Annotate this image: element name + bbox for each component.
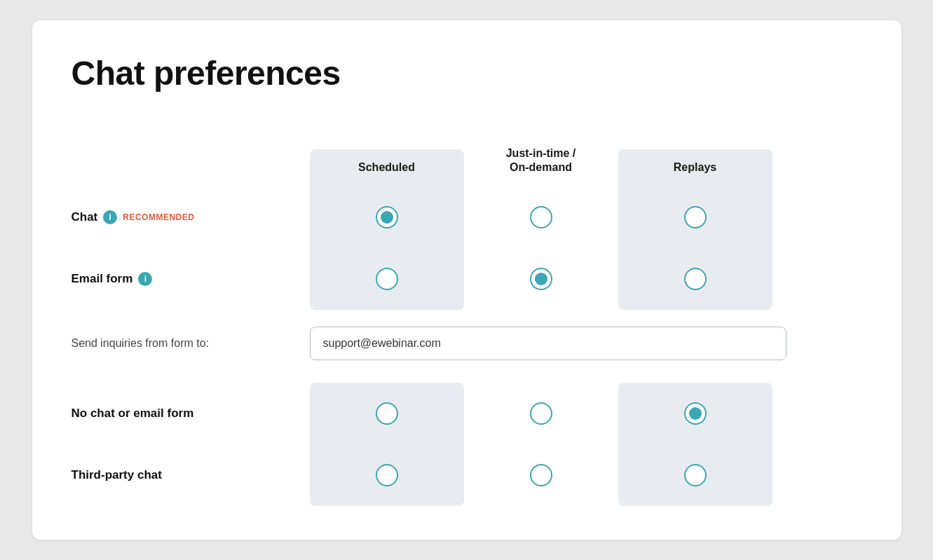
email-form-info-icon[interactable]: i: [138, 272, 152, 286]
header-replays: Replays: [618, 149, 772, 186]
email-replays-radio[interactable]: [684, 268, 707, 290]
chat-scheduled-radio[interactable]: [376, 206, 398, 228]
email-scheduled-radio[interactable]: [376, 268, 398, 290]
no-chat-replays-radio-fill: [689, 407, 702, 420]
inquiry-row: Send inquiries from form to:: [71, 327, 862, 360]
no-chat-scheduled-cell: [310, 383, 464, 444]
third-party-replays-cell: [618, 444, 772, 506]
inquiry-section: Send inquiries from form to:: [71, 327, 862, 360]
third-party-label: Third-party chat: [71, 449, 310, 502]
email-jit-radio-fill: [535, 273, 547, 285]
main-card: Chat preferences Scheduled Just-in-time …: [32, 20, 901, 540]
no-chat-jit-cell: [464, 383, 618, 444]
third-party-replays-radio[interactable]: [684, 464, 707, 486]
header-scheduled: Scheduled: [310, 149, 464, 186]
chat-scheduled-cell: [310, 186, 464, 248]
email-scheduled-cell: [310, 248, 464, 310]
no-chat-replays-radio[interactable]: [684, 402, 707, 425]
chat-scheduled-radio-fill: [381, 211, 393, 224]
email-replays-cell: [618, 248, 772, 310]
chat-jit-cell: [464, 186, 618, 248]
chat-replays-radio[interactable]: [684, 206, 707, 228]
header-jit: Just-in-time /On-demand: [464, 121, 618, 186]
no-chat-replays-cell: [618, 383, 772, 444]
email-jit-cell: [464, 248, 618, 310]
third-party-scheduled-radio[interactable]: [376, 464, 398, 486]
no-chat-scheduled-radio[interactable]: [376, 402, 398, 425]
no-chat-row: No chat or email form: [71, 383, 862, 444]
inquiry-email-input[interactable]: [310, 327, 786, 360]
inquiry-label: Send inquiries from form to:: [71, 337, 310, 350]
preferences-table: Scheduled Just-in-time /On-demand Replay…: [71, 121, 862, 506]
chat-info-icon[interactable]: i: [103, 210, 117, 224]
table-header: Scheduled Just-in-time /On-demand Replay…: [71, 121, 862, 186]
third-party-jit-radio[interactable]: [530, 464, 552, 486]
email-form-row: Email form i: [71, 248, 862, 310]
recommended-badge: RECOMMENDED: [123, 212, 194, 222]
chat-row: Chat i RECOMMENDED: [71, 186, 862, 248]
no-chat-jit-radio[interactable]: [530, 402, 552, 425]
no-chat-label: No chat or email form: [71, 387, 310, 440]
page-title: Chat preferences: [71, 54, 862, 93]
third-party-jit-cell: [464, 444, 618, 506]
third-party-row: Third-party chat: [71, 444, 862, 506]
email-jit-radio[interactable]: [530, 268, 552, 290]
chat-jit-radio[interactable]: [530, 206, 552, 228]
bottom-section: No chat or email form Third-party chat: [71, 383, 862, 506]
chat-label: Chat i RECOMMENDED: [71, 191, 310, 244]
chat-replays-cell: [618, 186, 772, 248]
email-form-label: Email form i: [71, 252, 310, 306]
third-party-scheduled-cell: [310, 444, 464, 506]
